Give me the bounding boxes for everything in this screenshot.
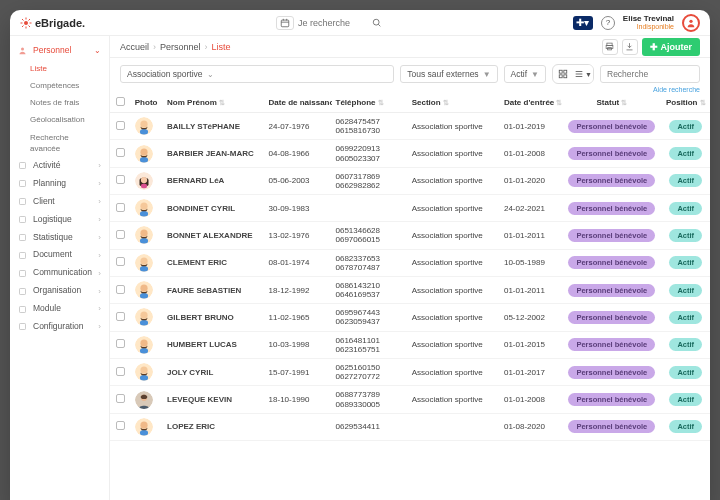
user-name: Elise Trevinal — [623, 15, 674, 23]
table-search-input[interactable] — [600, 65, 700, 83]
sidebar-sub-item[interactable]: Géolocalisation — [26, 111, 109, 128]
user-avatar[interactable] — [682, 14, 700, 32]
table-row[interactable]: FAURE SéBASTIEN18-12-1992068614321006461… — [110, 276, 710, 303]
cell-section: Association sportive — [408, 222, 500, 249]
sidebar-item[interactable]: Activité› — [10, 157, 109, 175]
col-dob[interactable]: Date de naissance⇅ — [265, 93, 332, 113]
sidebar-item[interactable]: Configuration› — [10, 318, 109, 336]
col-photo[interactable]: Photo — [131, 93, 163, 113]
filter-scope[interactable]: Tous sauf externes▼ — [400, 65, 497, 83]
svg-point-16 — [21, 48, 24, 51]
row-checkbox[interactable] — [116, 121, 125, 130]
search-icon[interactable] — [372, 18, 382, 28]
row-checkbox[interactable] — [116, 285, 125, 294]
cell-photo — [131, 249, 163, 276]
table-row[interactable]: JOLY CYRIL15-07-199106251601500627270772… — [110, 359, 710, 386]
svg-line-14 — [378, 24, 380, 26]
export-button[interactable] — [622, 39, 638, 55]
col-name[interactable]: Nom Prénom⇅ — [163, 93, 265, 113]
svg-rect-21 — [20, 235, 26, 241]
module-icon — [18, 197, 27, 206]
filter-section[interactable]: Association sportive⌄ — [120, 65, 394, 83]
cell-status: Personnel bénévole — [562, 359, 661, 386]
table-row[interactable]: CLEMENT ERIC08-01-1974068233765306787074… — [110, 249, 710, 276]
row-checkbox[interactable] — [116, 257, 125, 266]
svg-rect-66 — [140, 375, 148, 380]
module-icon — [18, 161, 27, 170]
brand-logo[interactable]: eBrigade. — [20, 17, 85, 29]
breadcrumb-1[interactable]: Personnel — [160, 42, 201, 52]
table-row[interactable]: LEVEQUE KEVIN18-10-199006887737890689330… — [110, 386, 710, 413]
svg-rect-57 — [140, 293, 148, 298]
row-checkbox[interactable] — [116, 394, 125, 403]
row-checkbox[interactable] — [116, 148, 125, 157]
row-checkbox[interactable] — [116, 421, 125, 430]
sidebar-item[interactable]: Organisation› — [10, 282, 109, 300]
sidebar-sub-item[interactable]: Compétences — [26, 77, 109, 94]
sidebar-sub-item[interactable]: Notes de frais — [26, 94, 109, 111]
table-row[interactable]: GILBERT BRUNO11-02-196506959674430623059… — [110, 304, 710, 331]
row-checkbox[interactable] — [116, 367, 125, 376]
sidebar-item[interactable]: Communication› — [10, 264, 109, 282]
cell-name: CLEMENT ERIC — [163, 249, 265, 276]
search-help-link[interactable]: Aide recherche — [653, 86, 700, 93]
row-checkbox[interactable] — [116, 312, 125, 321]
svg-rect-18 — [20, 181, 26, 187]
global-search-input[interactable] — [298, 18, 368, 28]
col-status[interactable]: Statut⇅ — [562, 93, 661, 113]
col-position[interactable]: Position⇅ — [661, 93, 710, 113]
sidebar-item[interactable]: Statistique› — [10, 229, 109, 247]
cell-phone — [332, 195, 408, 222]
filter-section-label: Association sportive — [127, 69, 203, 79]
sidebar-item[interactable]: Client› — [10, 193, 109, 211]
filter-status[interactable]: Actif▼ — [504, 65, 546, 83]
table-row[interactable]: BAILLY STéPHANE24-07-1976062847545706158… — [110, 113, 710, 140]
table-row[interactable]: BERNARD LéA05-06-20030607317869066298286… — [110, 167, 710, 194]
print-button[interactable] — [602, 39, 618, 55]
table-row[interactable]: HUMBERT LUCAS10-03-199806164811010623165… — [110, 331, 710, 358]
row-checkbox[interactable] — [116, 339, 125, 348]
sidebar-item-personnel[interactable]: Personnel ⌄ — [10, 42, 109, 60]
table-row[interactable]: BONNET ALEXANDRE13-02-197606513466280697… — [110, 222, 710, 249]
col-section[interactable]: Section⇅ — [408, 93, 500, 113]
user-menu[interactable]: Elise Trevinal Indisponible — [623, 15, 674, 31]
breadcrumb-0[interactable]: Accueil — [120, 42, 149, 52]
table-row[interactable]: LOPEZ ERIC062953441101-08-2020Personnel … — [110, 413, 710, 440]
sidebar-sub-item[interactable]: Recherche avancée — [26, 129, 109, 157]
breadcrumb-sep: › — [205, 42, 208, 52]
view-list-button[interactable]: ▼ — [573, 65, 593, 83]
sidebar-item[interactable]: Module› — [10, 300, 109, 318]
cell-position: Actif — [661, 249, 710, 276]
quick-add-button[interactable]: ✚▾ — [573, 16, 593, 30]
cell-dob: 11-02-1965 — [265, 304, 332, 331]
cell-photo — [131, 359, 163, 386]
table-row[interactable]: BONDINET CYRIL30-09-1983Association spor… — [110, 195, 710, 222]
table-row[interactable]: BARBIER JEAN-MARC04-08-19660699220913060… — [110, 140, 710, 167]
cell-status: Personnel bénévole — [562, 276, 661, 303]
row-checkbox[interactable] — [116, 203, 125, 212]
sidebar-sub-item[interactable]: Liste — [26, 60, 109, 77]
cell-phone: 06073178690662982862 — [332, 167, 408, 194]
col-entry[interactable]: Date d'entrée⇅ — [500, 93, 562, 113]
sidebar-item[interactable]: Document› — [10, 246, 109, 264]
chevron-right-icon: › — [98, 178, 101, 189]
add-button[interactable]: ✚Ajouter — [642, 38, 701, 56]
row-checkbox[interactable] — [116, 230, 125, 239]
select-all-checkbox[interactable] — [116, 97, 125, 106]
cell-photo — [131, 167, 163, 194]
svg-rect-32 — [559, 75, 562, 78]
cell-dob — [265, 413, 332, 440]
svg-line-8 — [29, 19, 31, 21]
sidebar-item[interactable]: Logistique› — [10, 211, 109, 229]
row-checkbox[interactable] — [116, 175, 125, 184]
svg-point-62 — [140, 339, 147, 346]
calendar-icon[interactable] — [276, 16, 294, 30]
cell-entry: 01-01-2020 — [500, 167, 562, 194]
col-phone[interactable]: Téléphone⇅ — [332, 93, 408, 113]
cell-position: Actif — [661, 195, 710, 222]
help-icon[interactable]: ? — [601, 16, 615, 30]
svg-rect-42 — [140, 157, 148, 162]
sidebar-item[interactable]: Planning› — [10, 175, 109, 193]
view-grid-button[interactable] — [553, 65, 573, 83]
svg-rect-48 — [140, 211, 148, 216]
